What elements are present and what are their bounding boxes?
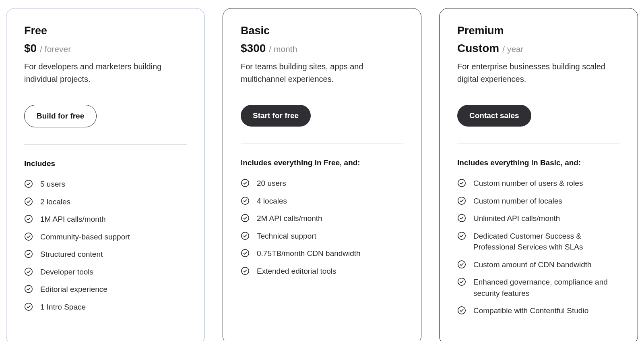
feature-text: 5 users	[40, 179, 187, 190]
check-circle-icon	[457, 277, 466, 286]
svg-point-18	[458, 261, 465, 268]
price-line: $0/ forever	[24, 42, 187, 55]
feature-item: Unlimited API calls/month	[457, 213, 620, 224]
includes-heading: Includes	[24, 159, 187, 168]
feature-item: 5 users	[24, 179, 187, 190]
check-circle-icon	[457, 179, 466, 187]
feature-item: 2M API calls/month	[241, 213, 403, 224]
feature-item: 4 locales	[241, 195, 403, 207]
feature-text: 2 locales	[40, 196, 187, 208]
feature-text: 2M API calls/month	[257, 213, 403, 224]
price-period: / month	[269, 44, 297, 54]
check-circle-icon	[457, 231, 466, 240]
feature-item: 1M API calls/month	[24, 214, 187, 225]
price-period: / forever	[40, 44, 71, 54]
feature-item: 0.75TB/month CDN bandwidth	[241, 248, 403, 259]
divider	[457, 143, 620, 144]
includes-heading: Includes everything in Basic, and:	[457, 158, 620, 167]
check-circle-icon	[241, 249, 250, 258]
feature-item: Developer tools	[24, 266, 187, 278]
check-circle-icon	[24, 267, 33, 276]
feature-item: Dedicated Customer Success & Professiona…	[457, 231, 620, 253]
check-circle-icon	[24, 285, 33, 293]
svg-point-0	[25, 180, 32, 187]
price-period: / year	[502, 44, 524, 54]
feature-text: Unlimited API calls/month	[473, 213, 620, 224]
svg-point-1	[25, 198, 32, 205]
check-circle-icon	[24, 302, 33, 311]
feature-item: Community-based support	[24, 231, 187, 243]
feature-item: Custom number of locales	[457, 195, 620, 207]
feature-text: Technical support	[257, 231, 403, 242]
check-circle-icon	[24, 250, 33, 258]
check-circle-icon	[24, 179, 33, 188]
check-circle-icon	[241, 214, 250, 222]
feature-item: 2 locales	[24, 196, 187, 208]
plan-name: Premium	[457, 25, 620, 37]
cta-button[interactable]: Start for free	[241, 105, 311, 127]
price-value: $300	[241, 42, 266, 55]
svg-point-20	[458, 307, 465, 314]
check-circle-icon	[24, 197, 33, 206]
plan-description: For developers and marketers building in…	[24, 60, 179, 85]
feature-list: Custom number of users & rolesCustom num…	[457, 178, 620, 316]
feature-text: Compatible with Contentful Studio	[473, 305, 620, 316]
svg-point-15	[458, 197, 465, 204]
cta-button[interactable]: Contact sales	[457, 105, 531, 127]
svg-point-17	[458, 232, 465, 239]
price-line: $300/ month	[241, 42, 403, 55]
check-circle-icon	[241, 196, 250, 205]
svg-point-19	[458, 278, 465, 285]
check-circle-icon	[457, 196, 466, 205]
feature-list: 20 users4 locales2M API calls/monthTechn…	[241, 178, 403, 277]
check-circle-icon	[457, 260, 466, 269]
check-circle-icon	[24, 232, 33, 241]
feature-item: Enhanced governance, compliance and secu…	[457, 277, 620, 299]
feature-item: Editorial experience	[24, 284, 187, 295]
feature-text: 1M API calls/month	[40, 214, 187, 225]
includes-heading: Includes everything in Free, and:	[241, 158, 403, 167]
check-circle-icon	[241, 266, 250, 275]
price-line: Custom/ year	[457, 42, 620, 55]
feature-text: Community-based support	[40, 231, 187, 243]
feature-text: Dedicated Customer Success & Professiona…	[473, 231, 620, 253]
check-circle-icon	[241, 179, 250, 187]
svg-point-2	[25, 215, 32, 222]
feature-text: Custom amount of CDN bandwidth	[473, 259, 620, 270]
check-circle-icon	[457, 214, 466, 222]
check-circle-icon	[24, 214, 33, 223]
feature-item: 20 users	[241, 178, 403, 189]
feature-text: 4 locales	[257, 195, 403, 207]
svg-point-7	[25, 303, 32, 310]
price-value: Custom	[457, 42, 499, 55]
plan-description: For teams building sites, apps and multi…	[241, 60, 395, 85]
svg-point-16	[458, 214, 465, 222]
check-circle-icon	[457, 306, 466, 315]
feature-text: Structured content	[40, 249, 187, 260]
feature-item: Extended editorial tools	[241, 266, 403, 277]
plan-name: Basic	[241, 25, 403, 37]
plan-card-basic: Basic$300/ monthFor teams building sites…	[223, 8, 421, 341]
plan-card-premium: PremiumCustom/ yearFor enterprise busine…	[439, 8, 638, 341]
svg-point-10	[242, 214, 249, 222]
feature-text: 20 users	[257, 178, 403, 189]
svg-point-8	[242, 179, 249, 187]
svg-point-9	[242, 197, 249, 204]
svg-point-13	[242, 267, 249, 274]
svg-point-6	[25, 285, 32, 293]
feature-text: Enhanced governance, compliance and secu…	[473, 277, 620, 299]
check-circle-icon	[241, 231, 250, 240]
svg-point-12	[242, 250, 249, 257]
divider	[241, 143, 403, 144]
feature-item: Custom number of users & roles	[457, 178, 620, 189]
feature-list: 5 users2 locales1M API calls/monthCommun…	[24, 179, 187, 312]
feature-text: Custom number of users & roles	[473, 178, 620, 189]
feature-text: 0.75TB/month CDN bandwidth	[257, 248, 403, 259]
cta-button[interactable]: Build for free	[24, 105, 97, 127]
feature-text: Custom number of locales	[473, 195, 620, 207]
plan-name: Free	[24, 25, 187, 37]
svg-point-4	[25, 250, 32, 258]
feature-text: 1 Intro Space	[40, 301, 187, 313]
svg-point-5	[25, 268, 32, 275]
feature-text: Extended editorial tools	[257, 266, 403, 277]
